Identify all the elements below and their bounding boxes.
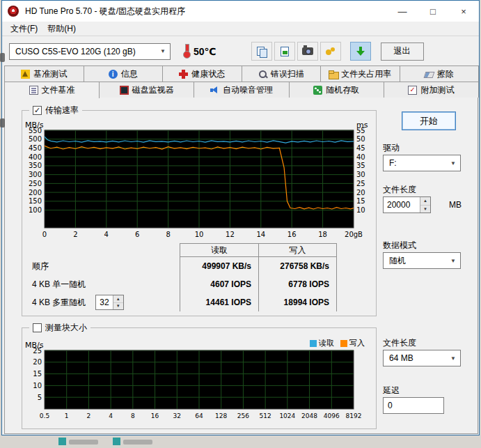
row-label-4k-single: 4 KB 单一随机	[28, 275, 180, 293]
tab-erase[interactable]: 擦除	[400, 65, 480, 82]
drive-select-dropdown[interactable]: CUSO C5S-EVO 120G (120 gB) ▼	[9, 43, 171, 60]
tab-label: 文件基准	[42, 84, 75, 96]
sequential-write-value: 276758 KB/s	[258, 257, 337, 275]
exit-button[interactable]: 退出	[381, 43, 424, 61]
close-button[interactable]: ×	[448, 1, 479, 22]
download-button[interactable]	[350, 42, 371, 61]
tick-label: 4096	[324, 412, 340, 419]
file-length-unit: MB	[449, 200, 462, 210]
tab-health[interactable]: 健康状态	[162, 65, 242, 82]
copy-image-button[interactable]	[274, 42, 295, 61]
tab-label: 健康状态	[191, 68, 225, 80]
drive-label: 驱动	[383, 142, 400, 154]
tab-random-access[interactable]: 随机存取	[289, 82, 384, 98]
start-button[interactable]: 开始	[402, 111, 456, 130]
transfer-rate-chart: MB/sms5505004504003503002502001501005550…	[24, 119, 372, 240]
speaker-icon	[210, 86, 219, 95]
tab-row-2: 文件基准 磁盘监视器 自动噪音管理 随机存取 附加测试	[4, 82, 478, 98]
sequential-read-value: 499907 KB/s	[180, 257, 258, 275]
tab-info[interactable]: 信息	[84, 65, 164, 82]
spin-down-icon[interactable]: ▼	[113, 303, 123, 310]
multi-random-label: 4 KB 多重随机	[32, 297, 86, 309]
read-column-header: 读取	[180, 243, 258, 257]
spin-up-icon[interactable]: ▲	[113, 295, 123, 303]
menu-file[interactable]: 文件(F)	[6, 22, 42, 36]
chart-legend: 读取 写入	[310, 338, 369, 348]
tick-label: 256	[237, 412, 249, 419]
tools-button[interactable]	[320, 42, 341, 61]
tab-extra-tests[interactable]: 附加测试	[384, 82, 479, 98]
block-size-group: 测量块大小 读取 写入 MB/s2520151050.5124816326412…	[22, 327, 377, 429]
tab-error-scan[interactable]: 错误扫描	[242, 65, 322, 82]
background-text-blur	[123, 440, 152, 445]
delay-input[interactable]: 0	[383, 397, 444, 414]
single-random-read-value: 4607 IOPS	[180, 275, 258, 293]
tick-label: 20gB	[345, 231, 363, 238]
minimize-button[interactable]: —	[387, 1, 418, 22]
tick-label: 300	[29, 171, 42, 178]
spin-down-icon[interactable]: ▼	[420, 206, 430, 213]
drive-combo[interactable]: F: ▼	[383, 155, 461, 171]
queue-depth-spinner[interactable]: 32 ▲▼	[95, 295, 123, 310]
tab-label: 附加测试	[420, 84, 454, 96]
tab-disk-monitor[interactable]: 磁盘监视器	[99, 82, 194, 98]
transfer-rate-group: ✓ 传输速率 MB/sms550500450400350300250200150…	[22, 110, 377, 316]
magnifier-icon	[258, 70, 267, 79]
tab-row-1: 基准测试 信息 健康状态 错误扫描 文件夹占用率 擦除	[4, 65, 478, 82]
screenshot-button[interactable]	[297, 42, 318, 61]
tab-file-benchmark[interactable]: 文件基准	[4, 82, 100, 98]
toolbar: CUSO C5S-EVO 120G (120 gB) ▼ 50℃ 退出	[2, 37, 479, 65]
folder-icon	[329, 70, 338, 79]
tick-label: 512	[260, 412, 271, 419]
tick-label: 10	[33, 382, 42, 389]
file-length-label: 文件长度	[383, 184, 416, 196]
tab-label: 错误扫描	[271, 68, 304, 80]
tick-label: 2	[73, 231, 77, 238]
chevron-down-icon: ▼	[157, 48, 168, 54]
transfer-rate-label: 传输速率	[45, 105, 79, 116]
row-label-4k-multi: 4 KB 多重随机 32 ▲▼	[28, 293, 180, 311]
extra-tests-icon	[408, 86, 417, 95]
tab-label: 信息	[121, 68, 138, 80]
maximize-button[interactable]: □	[418, 1, 448, 22]
row-label-sequential: 顺序	[28, 257, 180, 275]
tick-label: 45	[356, 144, 365, 152]
tick-label: 1	[65, 412, 69, 419]
results-table: 读取 写入 顺序 499907 KB/s 276758 KB/s 4 KB 单一…	[28, 243, 337, 311]
tick-label: 20	[33, 358, 42, 366]
copy-icon	[257, 47, 267, 56]
info-icon	[109, 70, 118, 79]
tick-label: 500	[29, 135, 42, 143]
tab-folder-usage[interactable]: 文件夹占用率	[320, 65, 400, 82]
data-mode-value: 随机	[389, 255, 406, 267]
tab-benchmark[interactable]: 基准测试	[4, 65, 84, 82]
tick-label: 150	[29, 197, 42, 205]
transfer-rate-checkbox[interactable]: ✓ 传输速率	[29, 105, 82, 116]
tab-label: 磁盘监视器	[132, 84, 174, 96]
app-window: HD Tune Pro 5.70 - 硬盘/固态硬盘实用程序 — □ × 文件(…	[1, 0, 480, 435]
spin-up-icon[interactable]: ▲	[420, 197, 430, 206]
tick-label: 10	[195, 231, 204, 238]
tab-aam[interactable]: 自动噪音管理	[194, 82, 289, 98]
tick-label: 8	[131, 412, 135, 419]
file-length-2-combo[interactable]: 64 MB ▼	[383, 350, 461, 366]
copy-text-button[interactable]	[251, 42, 272, 61]
file-benchmark-page: ✓ 传输速率 MB/sms550500450400350300250200150…	[4, 97, 478, 434]
titlebar: HD Tune Pro 5.70 - 硬盘/固态硬盘实用程序 — □ ×	[2, 1, 479, 22]
tick-label: 1024	[279, 412, 295, 419]
tick-label: 16	[151, 412, 159, 419]
delay-value: 0	[388, 401, 393, 410]
menu-help[interactable]: 帮助(H)	[42, 22, 81, 36]
tick-label: 35	[356, 162, 365, 169]
tick-label: 550	[29, 127, 42, 134]
write-legend-swatch	[340, 340, 347, 347]
window-title: HD Tune Pro 5.70 - 硬盘/固态硬盘实用程序	[25, 6, 387, 17]
block-size-checkbox[interactable]: 测量块大小	[29, 322, 90, 334]
tick-label: 4	[109, 412, 113, 419]
data-mode-combo[interactable]: 随机 ▼	[383, 252, 461, 269]
hdtune-app-icon	[8, 6, 19, 17]
file-length-spinner[interactable]: 20000 ▲▼	[383, 196, 431, 213]
tab-label: 随机存取	[326, 84, 359, 96]
eraser-icon	[423, 72, 434, 78]
tick-label: 450	[29, 144, 42, 152]
